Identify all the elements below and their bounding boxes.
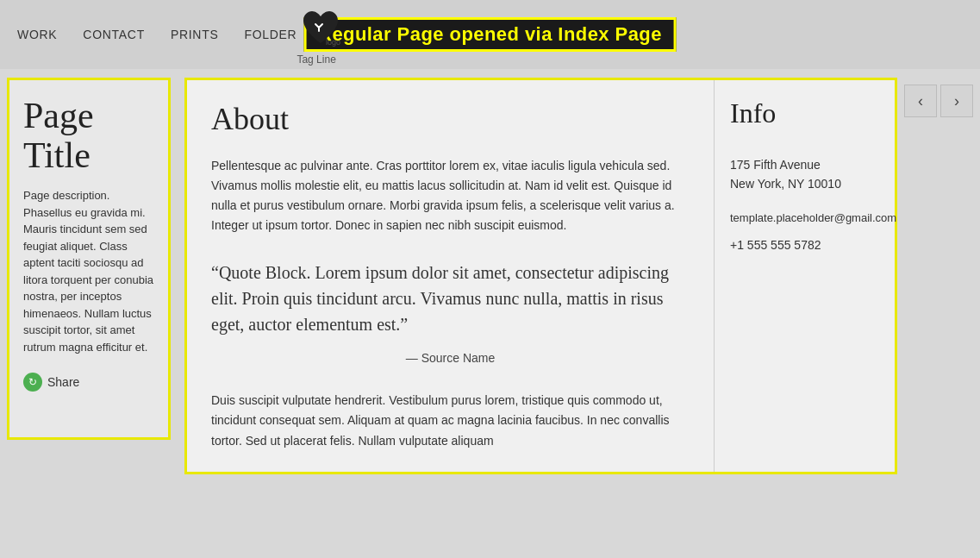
next-arrow-button[interactable]: › [940,85,973,117]
page-description: Page description. Phasellus eu gravida m… [23,187,154,355]
info-panel: Info 175 Fifth Avenue New York, NY 10010… [714,80,895,472]
nav-contact[interactable]: CONTACT [83,28,145,41]
banner-title: Regular Page opened via Index Page [303,17,677,52]
nav-folder[interactable]: FOLDER [244,28,296,41]
about-content: About Pellentesque ac pulvinar ante. Cra… [187,80,714,472]
quote-block: “Quote Block. Lorem ipsum dolor sit amet… [211,260,690,337]
share-label: Share [47,375,79,389]
header: WORK CONTACT PRINTS FOLDER Regular Page … [0,0,980,69]
page-title: PageTitle [23,96,154,175]
logo-svg: logo [298,5,343,50]
logo-icon: logo [297,4,345,52]
info-email: template.placeholder@gmail.com [730,211,879,224]
logo-container: logo Tag Line [296,4,344,66]
quote-attribution: — Source Name [211,351,690,365]
main-layout: PageTitle Page description. Phasellus eu… [0,69,980,483]
address-line1: 175 Fifth Avenue [730,155,879,174]
about-body-text: Pellentesque ac pulvinar ante. Cras port… [211,156,690,235]
prev-arrow-button[interactable]: ‹ [904,85,937,117]
tagline: Tag Line [296,53,344,66]
info-address: 175 Fifth Avenue New York, NY 10010 [730,155,879,194]
content-panel: About Pellentesque ac pulvinar ante. Cra… [184,78,897,474]
nav-prints[interactable]: PRINTS [171,28,219,41]
share-button[interactable]: ↻ Share [23,373,154,392]
navigation: WORK CONTACT PRINTS FOLDER [17,28,296,41]
share-icon: ↻ [23,373,42,392]
nav-arrows: ‹ › [904,85,973,117]
address-line2: New York, NY 10010 [730,174,879,193]
info-phone: +1 555 555 5782 [730,238,879,252]
info-title: Info [730,97,879,129]
svg-text:logo: logo [326,38,340,47]
about-footer-text: Duis suscipit vulputate hendrerit. Vesti… [211,391,690,450]
about-title: About [211,101,690,137]
nav-work[interactable]: WORK [17,28,57,41]
sidebar: PageTitle Page description. Phasellus eu… [7,78,171,440]
